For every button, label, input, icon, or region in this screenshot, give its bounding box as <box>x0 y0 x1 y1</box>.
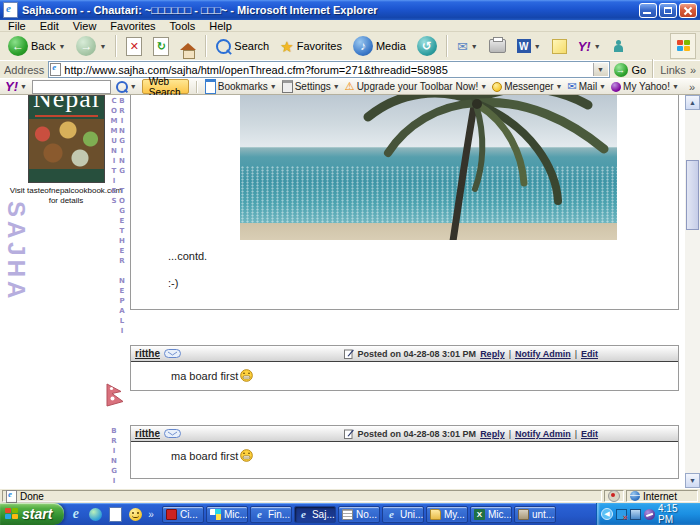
home-button[interactable] <box>176 42 200 51</box>
media-button[interactable]: ♪ Media <box>349 35 410 57</box>
messenger-note-button[interactable] <box>548 38 571 55</box>
start-button[interactable]: start <box>0 503 64 525</box>
post-header: ritthe Posted on 04-28-08 3:01 PM Reply … <box>131 346 678 362</box>
cookbook-photo <box>29 119 104 169</box>
minimize-button[interactable] <box>639 3 657 18</box>
taskbar-button-6[interactable]: eUni... <box>382 506 424 523</box>
taskbar-button-5[interactable]: No... <box>338 506 380 523</box>
nepal-flag-icon <box>106 383 125 412</box>
web-search-button[interactable]: Web Search <box>142 79 189 94</box>
yahoo-overflow-icon[interactable]: » <box>689 81 695 93</box>
mail-button[interactable]: ✉▼ <box>453 39 482 54</box>
vertical-tagline-repeat: BRINGING <box>110 427 118 487</box>
edit-word-button[interactable]: W▼ <box>513 38 545 54</box>
author-link[interactable]: ritthe <box>135 428 160 439</box>
menu-edit[interactable]: Edit <box>40 20 59 32</box>
ie-icon[interactable]: e <box>68 507 83 522</box>
yahoo-logo-button[interactable]: Y!▼ <box>5 79 27 94</box>
back-button[interactable]: ← Back ▼ <box>4 35 69 57</box>
messenger-button[interactable]: Messenger▼ <box>492 81 562 92</box>
reply-link[interactable]: Reply <box>480 429 505 439</box>
favorites-button[interactable]: ★ Favorites <box>276 38 346 55</box>
restore-button[interactable] <box>659 3 677 18</box>
go-label[interactable]: Go <box>632 64 647 76</box>
notify-admin-link[interactable]: Notify Admin <box>515 429 571 439</box>
reply-link[interactable]: Reply <box>480 349 505 359</box>
tray-clock[interactable]: 4:15 PM <box>658 503 695 525</box>
palm-tree <box>240 95 617 240</box>
scroll-up-button[interactable]: ▲ <box>685 95 700 110</box>
yahoo-search-button[interactable]: ▼ <box>116 81 137 93</box>
quick-launch-overflow-icon[interactable]: » <box>148 509 154 520</box>
refresh-button[interactable]: ↻ <box>149 36 173 57</box>
my-yahoo-button[interactable]: My Yahoo!▼ <box>611 81 679 92</box>
forward-button[interactable]: → ▼ <box>72 35 110 57</box>
vertical-tagline: BRINGING TOGETHER NEPALI COMMUNITIES <box>110 97 126 389</box>
go-icon[interactable]: → <box>614 63 628 77</box>
taskbar-button-1[interactable]: Ci... <box>162 506 204 523</box>
upgrade-toolbar-button[interactable]: ⚠Upgrade your Toolbar Now!▼ <box>345 81 487 92</box>
msn-icon[interactable] <box>88 507 103 522</box>
stop-button[interactable]: ✕ <box>122 36 146 57</box>
vertical-scrollbar[interactable]: ▲ ▼ <box>685 95 700 488</box>
edit-link[interactable]: Edit <box>581 429 598 439</box>
scrollbar-thumb[interactable] <box>686 160 699 230</box>
print-button[interactable] <box>485 38 510 54</box>
windows-flag-icon <box>5 508 18 520</box>
messenger-buddy-button[interactable] <box>608 39 629 54</box>
menu-favorites[interactable]: Favorites <box>110 20 155 32</box>
display-icon[interactable] <box>630 509 641 520</box>
author-link[interactable]: ritthe <box>135 348 160 359</box>
settings-button[interactable]: Settings▼ <box>282 80 340 93</box>
menu-view[interactable]: View <box>73 20 97 32</box>
network-status-icon[interactable] <box>616 509 627 520</box>
scroll-down-button[interactable]: ▼ <box>685 473 700 488</box>
taskbar-button-9[interactable]: unt... <box>514 506 556 523</box>
yahoo-search-input[interactable] <box>32 80 111 94</box>
notepad-icon <box>342 509 353 520</box>
media-player-tray-icon[interactable] <box>644 509 655 520</box>
warning-icon: ⚠ <box>345 81 355 92</box>
taskbar-button-2[interactable]: Mic... <box>206 506 248 523</box>
cookbook-ad[interactable]: Nepal Visit tasteofnepalcookbook.com for… <box>28 95 105 206</box>
address-field[interactable]: http://www.sajha.com/sajha/html/openThre… <box>48 61 609 78</box>
private-message-icon[interactable] <box>164 429 181 438</box>
thread-post: ritthe Posted on 04-28-08 3:01 PM Reply … <box>130 345 679 391</box>
security-zone-pane: Internet <box>626 490 698 502</box>
zone-label: Internet <box>643 491 677 502</box>
search-button[interactable]: Search <box>212 38 273 55</box>
links-overflow-icon[interactable]: » <box>690 64 696 76</box>
status-main-pane: Done <box>2 490 602 502</box>
smiley-icon[interactable] <box>128 507 143 522</box>
menu-help[interactable]: Help <box>209 20 232 32</box>
links-label[interactable]: Links <box>660 64 686 76</box>
ie-icon: e <box>298 509 309 520</box>
menu-file[interactable]: File <box>8 20 26 32</box>
back-icon: ← <box>8 36 28 56</box>
home-icon <box>180 43 196 50</box>
address-dropdown-button[interactable]: ▼ <box>593 63 608 76</box>
menu-bar: File Edit View Favorites Tools Help <box>0 20 700 32</box>
toolbar-separator <box>446 35 448 57</box>
bookmarks-button[interactable]: Bookmarks▼ <box>205 79 277 94</box>
taskbar-button-4-active[interactable]: eSaj... <box>294 506 336 523</box>
back-dropdown-icon[interactable]: ▼ <box>58 43 65 50</box>
yahoo-mail-button[interactable]: ✉Mail▼ <box>568 81 607 92</box>
taskbar-button-8[interactable]: XMic... <box>470 506 512 523</box>
address-label: Address <box>4 64 44 76</box>
tray-collapse-icon[interactable]: ◀ <box>601 508 613 520</box>
history-button[interactable]: ↺ <box>413 35 441 57</box>
private-message-icon[interactable] <box>164 349 181 358</box>
yahoo-services-button[interactable]: Y!▼ <box>574 38 605 55</box>
taskbar-button-3[interactable]: eFin... <box>250 506 292 523</box>
folder-icon <box>430 509 441 520</box>
status-text: Done <box>20 491 44 502</box>
address-url[interactable]: http://www.sajha.com/sajha/html/openThre… <box>64 64 589 76</box>
edit-link[interactable]: Edit <box>581 349 598 359</box>
document-icon[interactable] <box>108 507 123 522</box>
menu-tools[interactable]: Tools <box>170 20 196 32</box>
close-button[interactable] <box>679 3 697 18</box>
notify-admin-link[interactable]: Notify Admin <box>515 349 571 359</box>
taskbar-button-7[interactable]: My... <box>426 506 468 523</box>
taskbar: start e » Ci... Mic... eFin... eSaj... N… <box>0 503 700 525</box>
